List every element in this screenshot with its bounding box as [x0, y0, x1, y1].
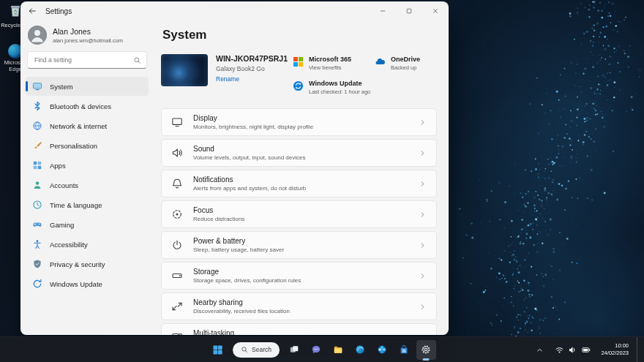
system-icon [32, 81, 42, 91]
bell-icon [171, 178, 183, 189]
settings-button[interactable] [416, 340, 436, 360]
apps-grid-icon [32, 160, 42, 170]
row-title: Focus [193, 206, 244, 214]
back-arrow-icon [28, 7, 37, 15]
sidebar-item-accessibility[interactable]: Accessibility [26, 235, 149, 254]
sidebar-item-label: Personalisation [50, 142, 97, 150]
settings-rows: Display Monitors, brightness, night ligh… [161, 108, 437, 335]
row-storage[interactable]: Storage Storage space, drives, configura… [161, 262, 437, 290]
sidebar-item-time-language[interactable]: Time & language [26, 195, 149, 214]
edge-button[interactable] [351, 340, 370, 360]
power-icon [171, 239, 183, 251]
row-subtitle: Sleep, battery usage, battery saver [193, 246, 284, 253]
row-notifications[interactable]: Notifications Alerts from apps and syste… [161, 170, 437, 197]
row-title: Display [193, 114, 313, 122]
windows-logo-icon [212, 344, 223, 355]
sidebar-item-apps[interactable]: Apps [26, 156, 149, 175]
close-button[interactable] [422, 1, 449, 20]
onedrive-cloud-icon [375, 56, 386, 67]
row-sound[interactable]: Sound Volume levels, output, input, soun… [161, 139, 437, 167]
settings-search [27, 51, 147, 69]
sidebar-item-gaming[interactable]: Gaming [26, 215, 149, 234]
row-multi-tasking[interactable]: Multi-tasking Snap windows, desktops, ta… [161, 323, 437, 335]
start-button[interactable] [208, 340, 228, 360]
row-nearby-sharing[interactable]: Nearby sharing Discoverability, received… [161, 293, 437, 320]
sidebar-item-bluetooth-devices[interactable]: Bluetooth & devices [26, 97, 149, 116]
task-view-button[interactable] [285, 340, 304, 360]
chevron-right-icon [419, 272, 427, 280]
sidebar-item-system[interactable]: System [26, 77, 149, 96]
sidebar-item-accounts[interactable]: Accounts [26, 176, 149, 195]
sidebar-item-network-internet[interactable]: Network & internet [26, 116, 149, 135]
gear-icon [421, 344, 431, 355]
chevron-right-icon [419, 149, 427, 157]
sidebar-item-label: Windows Update [50, 280, 102, 288]
status-cards: Microsoft 365 View benefits OneDrive Bac… [293, 56, 437, 95]
sidebar: Alan Jones alan.jones.wm@hotmail.com [20, 20, 154, 335]
user-email: alan.jones.wm@hotmail.com [53, 37, 123, 44]
search-icon [133, 56, 141, 64]
rename-link[interactable]: Rename [216, 75, 288, 83]
row-title: Nearby sharing [193, 298, 290, 306]
user-name: Alan Jones [53, 27, 123, 36]
back-button[interactable] [20, 1, 44, 20]
status-subtitle: View benefits [309, 64, 351, 71]
system-tray: 10:00 24/02/2023 [533, 337, 640, 362]
microsoft-365-card[interactable]: Microsoft 365 View benefits [293, 56, 366, 71]
row-focus[interactable]: Focus Reduce distractions [161, 200, 437, 228]
chevron-right-icon [419, 303, 427, 311]
row-title: Notifications [193, 176, 306, 184]
window-title: Settings [45, 7, 72, 15]
accessibility-icon [32, 239, 42, 249]
battery-icon [581, 345, 591, 355]
chat-icon [311, 344, 321, 355]
row-title: Multi-tasking [193, 329, 297, 335]
quick-settings-button[interactable] [552, 343, 594, 357]
clock[interactable]: 10:00 24/02/2023 [599, 341, 630, 358]
sidebar-item-label: System [50, 83, 73, 91]
row-display[interactable]: Display Monitors, brightness, night ligh… [161, 108, 437, 136]
maximize-button[interactable] [396, 1, 422, 20]
display-icon [171, 116, 183, 128]
minimize-button[interactable] [370, 1, 396, 20]
page-title: System [162, 28, 437, 42]
shield-icon [32, 259, 42, 269]
desktop: Recycle Bin Microsoft Edge Settings [0, 0, 644, 362]
chat-button[interactable] [307, 340, 326, 360]
store-button[interactable] [394, 340, 414, 360]
sidebar-item-label: Apps [50, 162, 66, 170]
sound-icon [171, 147, 183, 159]
file-explorer-button[interactable] [329, 340, 348, 360]
globe-icon [32, 121, 42, 131]
person-icon [32, 180, 42, 190]
taskbar-search[interactable]: Search [233, 342, 280, 358]
clock-date: 24/02/2023 [601, 350, 629, 357]
controller-icon [32, 219, 42, 230]
photos-button[interactable] [372, 340, 392, 360]
row-title: Storage [193, 268, 301, 276]
show-desktop-button[interactable] [637, 337, 640, 362]
sidebar-item-label: Bluetooth & devices [50, 102, 111, 110]
chevron-right-icon [419, 241, 427, 249]
onedrive-card[interactable]: OneDrive Backed up [375, 56, 437, 71]
sidebar-item-windows-update[interactable]: Windows Update [26, 274, 149, 293]
user-account[interactable]: Alan Jones alan.jones.wm@hotmail.com [26, 22, 149, 51]
device-thumbnail [161, 54, 208, 86]
chevron-right-icon [419, 180, 427, 188]
maximize-icon [405, 7, 413, 15]
windows-update-card[interactable]: Windows Update Last checked: 1 hour ago [293, 80, 366, 95]
clock-time: 10:00 [601, 342, 629, 350]
settings-window: Settings [20, 1, 449, 335]
status-subtitle: Last checked: 1 hour ago [309, 88, 370, 95]
search-input[interactable] [33, 56, 133, 64]
sidebar-item-label: Network & internet [50, 122, 107, 130]
storage-drive-icon [171, 270, 183, 282]
status-title: OneDrive [391, 56, 420, 63]
row-power-battery[interactable]: Power & battery Sleep, battery usage, ba… [161, 231, 437, 259]
sidebar-item-label: Privacy & security [50, 260, 105, 268]
row-subtitle: Volume levels, output, input, sound devi… [193, 154, 305, 161]
hidden-icons-button[interactable] [533, 344, 547, 356]
bluetooth-icon [32, 101, 42, 111]
sidebar-item-personalisation[interactable]: Personalisation [26, 136, 149, 155]
sidebar-item-privacy-security[interactable]: Privacy & security [26, 254, 149, 274]
